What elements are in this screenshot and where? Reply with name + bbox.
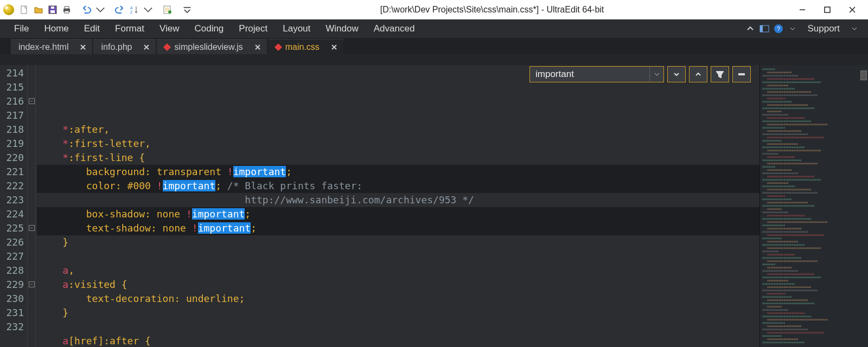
line-number: 220	[0, 151, 24, 165]
code-line[interactable]: *:first-letter,	[37, 137, 760, 151]
undo-dropdown[interactable]	[93, 3, 107, 17]
menu-layout[interactable]: Layout	[275, 20, 318, 38]
minimap[interactable]: xxxxxxxx xxxxxxxxxxxxxxxxxxxxxxxxxxxxxxx…	[760, 65, 868, 347]
code-line[interactable]: *:first-line {	[37, 151, 760, 165]
save-file-button[interactable]	[46, 3, 60, 17]
svg-point-18	[741, 74, 743, 75]
code-line[interactable]: box-shadow: none !important;	[37, 207, 760, 221]
fold-toggle[interactable]: −	[29, 225, 35, 231]
find-more-button[interactable]	[732, 66, 751, 82]
line-number: 218	[0, 123, 24, 137]
code-line[interactable]: *:after,	[37, 123, 760, 137]
svg-point-19	[743, 74, 745, 75]
ribbon-toggle-icon[interactable]	[744, 23, 756, 35]
tab-simpleslideview-js[interactable]: simpleslideview.js	[157, 39, 266, 54]
tab-label: index-re.html	[18, 42, 68, 52]
svg-rect-5	[65, 7, 69, 9]
line-number: 223	[0, 193, 24, 207]
fold-toggle[interactable]: −	[29, 98, 35, 104]
tab-info-php[interactable]: info.php	[93, 39, 156, 54]
find-filter-button[interactable]	[711, 66, 729, 82]
code-area[interactable]: *:after, *:first-letter, *:first-line { …	[36, 65, 760, 347]
line-number-gutter: 2142152162172182192202212222232242252262…	[0, 65, 27, 347]
tab-close-icon[interactable]	[143, 43, 150, 51]
menu-view[interactable]: View	[152, 20, 187, 38]
ruler-gutter	[0, 54, 30, 65]
menu-advanced[interactable]: Advanced	[366, 20, 423, 38]
find-history-dropdown[interactable]	[649, 67, 663, 82]
find-input[interactable]	[530, 67, 649, 82]
tab-label: simpleslideview.js	[174, 42, 242, 52]
help-icon[interactable]: ?	[773, 23, 784, 35]
redo-dropdown[interactable]	[141, 3, 155, 17]
minimap-scroll-thumb[interactable]	[860, 70, 867, 80]
open-file-button[interactable]	[31, 3, 46, 17]
code-line[interactable]: text-shadow: none !important;	[37, 221, 760, 235]
menu-coding[interactable]: Coding	[187, 20, 231, 38]
code-line[interactable]: http://www.sanbeiji.com/archives/953 */	[37, 193, 760, 207]
close-button[interactable]	[840, 0, 865, 20]
code-line[interactable]: a[href]:after {	[37, 334, 760, 347]
line-number: 226	[0, 235, 24, 249]
find-next-button[interactable]	[667, 66, 686, 82]
dirty-indicator-icon	[275, 43, 282, 50]
svg-rect-2	[50, 10, 55, 13]
tab-index-re-html[interactable]: index-re.html	[11, 39, 92, 54]
maximize-button[interactable]	[815, 0, 840, 20]
line-number: 219	[0, 137, 24, 151]
tab-label: main.css	[285, 42, 320, 52]
menu-edit[interactable]: Edit	[76, 20, 107, 38]
line-number: 229	[0, 278, 24, 292]
redo-button[interactable]	[113, 3, 127, 17]
code-line[interactable]	[37, 320, 760, 334]
svg-point-17	[739, 74, 741, 75]
layout-switch-icon[interactable]	[758, 23, 770, 35]
tab-close-icon[interactable]	[330, 43, 338, 51]
code-line[interactable]: a,	[37, 264, 760, 278]
find-bar	[529, 66, 751, 82]
code-line[interactable]: background: transparent !important;	[37, 165, 760, 179]
code-line[interactable]: }	[37, 235, 760, 249]
menu-file[interactable]: File	[7, 20, 36, 38]
menu-home[interactable]: Home	[36, 20, 76, 38]
code-line[interactable]: a:visited {	[37, 278, 760, 292]
svg-text:?: ?	[777, 25, 780, 32]
line-number: 215	[0, 80, 24, 94]
menu-support[interactable]: Support	[800, 20, 847, 38]
menu-format[interactable]: Format	[107, 20, 152, 38]
help-dropdown-icon[interactable]	[787, 23, 799, 35]
menu-project[interactable]: Project	[231, 20, 275, 38]
line-number: 216	[0, 94, 24, 108]
line-number: 230	[0, 292, 24, 306]
find-prev-button[interactable]	[689, 66, 707, 82]
svg-rect-12	[825, 7, 830, 12]
tab-close-icon[interactable]	[254, 43, 261, 51]
menu-window[interactable]: Window	[318, 20, 366, 38]
line-number: 227	[0, 249, 24, 264]
line-number: 225	[0, 221, 24, 235]
svg-rect-11	[184, 7, 191, 8]
tab-main-css[interactable]: main.css	[268, 39, 343, 54]
quick-access-customize[interactable]	[180, 3, 194, 17]
sort-button[interactable]: AZ	[127, 3, 141, 17]
print-button[interactable]	[60, 3, 74, 17]
code-line[interactable]: text-decoration: underline;	[37, 292, 760, 306]
support-dropdown-icon[interactable]	[848, 23, 860, 35]
fold-toggle[interactable]: −	[29, 281, 35, 287]
code-line[interactable]	[37, 249, 760, 264]
editor: 2142152162172182192202212222232242252262…	[0, 65, 868, 347]
code-line[interactable]: }	[37, 306, 760, 320]
svg-rect-6	[65, 11, 69, 13]
line-number: 221	[0, 165, 24, 179]
new-file-button[interactable]	[17, 3, 31, 17]
minimize-button[interactable]	[790, 0, 815, 20]
window-title: [D:\work\Dev Projects\Site\css\main.css*…	[194, 5, 790, 15]
undo-button[interactable]	[79, 3, 93, 17]
tab-label: info.php	[101, 42, 132, 52]
code-line[interactable]: color: #000 !important; /* Black prints …	[37, 179, 760, 193]
insert-special-button[interactable]	[161, 3, 175, 17]
tab-close-icon[interactable]	[79, 43, 87, 51]
fold-gutter: −−−	[27, 65, 36, 347]
svg-point-10	[168, 10, 171, 14]
find-input-wrap	[529, 66, 664, 82]
